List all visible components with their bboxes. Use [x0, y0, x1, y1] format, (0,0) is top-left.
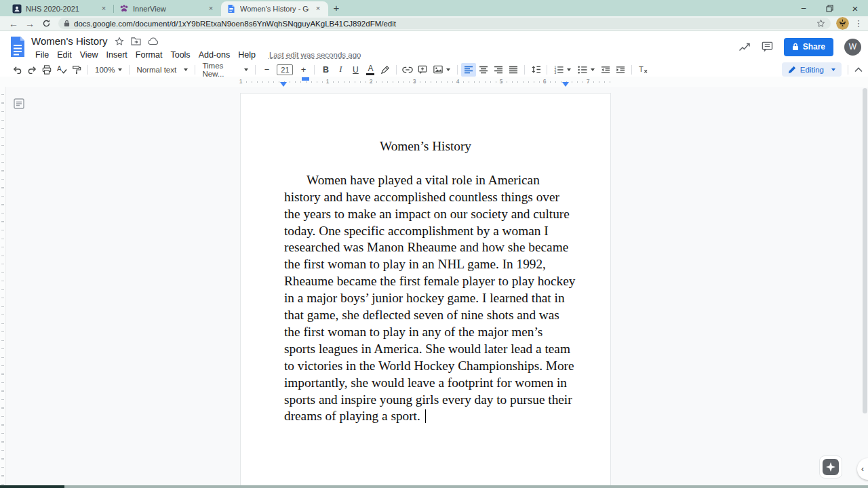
- doc-line: in a major boys’ junior hockey game. I l…: [284, 290, 567, 307]
- doc-line: importantly, she would leave a footprint…: [284, 375, 567, 392]
- mode-label: Editing: [800, 66, 824, 74]
- insert-image-button[interactable]: [430, 63, 454, 77]
- text-color-button[interactable]: A: [363, 63, 378, 77]
- zoom-select[interactable]: 100%: [92, 63, 125, 77]
- ruler-inch-label: 1: [326, 78, 330, 85]
- last-edit-link[interactable]: Last edit was seconds ago: [269, 51, 361, 59]
- text-cursor: [425, 409, 426, 423]
- chevron-down-icon: [591, 68, 595, 71]
- font-value: Times New...: [202, 62, 241, 78]
- decrease-font-size-button[interactable]: −: [259, 63, 274, 77]
- paint-format-button[interactable]: [69, 63, 84, 77]
- bookmark-star-icon[interactable]: [816, 19, 825, 28]
- ruler-inch-label: 7: [587, 78, 590, 85]
- numbered-list-button[interactable]: 123: [551, 63, 574, 77]
- reload-button[interactable]: [38, 18, 54, 30]
- horizontal-ruler[interactable]: 11234567: [0, 77, 868, 87]
- menu-tools[interactable]: Tools: [166, 49, 194, 61]
- spellcheck-button[interactable]: A: [54, 63, 69, 77]
- document-status-button[interactable]: [148, 37, 159, 45]
- show-outline-button[interactable]: [14, 98, 24, 109]
- bulleted-list-button[interactable]: [574, 63, 598, 77]
- insert-link-button[interactable]: [400, 63, 415, 77]
- align-center-button[interactable]: [476, 63, 491, 77]
- print-button[interactable]: [39, 63, 54, 77]
- tab-nhs[interactable]: NHS 2020-2021 ×: [7, 1, 114, 16]
- menu-format[interactable]: Format: [132, 49, 167, 61]
- restore-button[interactable]: [816, 0, 842, 16]
- hide-menus-button[interactable]: [854, 67, 863, 73]
- left-indent-marker[interactable]: [280, 82, 287, 87]
- doc-line: the first woman to play in any of the ma…: [284, 324, 567, 341]
- tab-google-docs-active[interactable]: Women's History - Google Docs ×: [221, 1, 328, 16]
- tab-innerview[interactable]: InnerView ×: [114, 1, 221, 16]
- new-tab-button[interactable]: +: [328, 1, 344, 16]
- toolbar: A 100% Normal text Times New... − 21 + B…: [0, 62, 868, 77]
- docs-header: Women's History File Edit View Insert Fo…: [0, 31, 868, 62]
- align-left-button[interactable]: [461, 63, 476, 77]
- font-select[interactable]: Times New...: [199, 63, 252, 77]
- styles-select[interactable]: Normal text: [133, 63, 191, 77]
- line-spacing-button[interactable]: [528, 63, 543, 77]
- forward-button[interactable]: →: [22, 18, 38, 30]
- highlight-color-button[interactable]: [378, 63, 393, 77]
- browser-menu-icon[interactable]: ⋮: [853, 18, 864, 28]
- font-size-input[interactable]: 21: [277, 64, 293, 75]
- add-comment-button[interactable]: [415, 63, 430, 77]
- increase-font-size-button[interactable]: +: [296, 63, 311, 77]
- menu-help[interactable]: Help: [234, 49, 260, 61]
- move-to-folder-button[interactable]: [131, 37, 141, 45]
- chrome-profile-avatar[interactable]: [836, 17, 849, 30]
- comment-history-icon[interactable]: [762, 41, 773, 52]
- minimize-button[interactable]: –: [791, 0, 816, 16]
- justify-button[interactable]: [506, 63, 521, 77]
- increase-indent-button[interactable]: [613, 63, 628, 77]
- close-window-button[interactable]: ×: [842, 0, 868, 16]
- tab-close-icon[interactable]: ×: [99, 4, 108, 14]
- bold-button[interactable]: B: [318, 63, 333, 77]
- undo-button[interactable]: [9, 63, 24, 77]
- redo-button[interactable]: [24, 63, 39, 77]
- underline-button[interactable]: U: [348, 63, 363, 77]
- menu-insert[interactable]: Insert: [102, 49, 132, 61]
- decrease-indent-icon: [601, 66, 610, 74]
- chevron-down-icon: [118, 68, 122, 71]
- document-title[interactable]: Women's History: [31, 35, 108, 47]
- undo-icon: [12, 65, 22, 74]
- paint-roller-icon: [72, 65, 81, 75]
- align-right-button[interactable]: [491, 63, 506, 77]
- vertical-scrollbar[interactable]: [863, 88, 867, 413]
- star-document-button[interactable]: [115, 37, 124, 46]
- tab-close-icon[interactable]: ×: [313, 4, 323, 14]
- chevron-down-icon: [446, 68, 450, 71]
- star-icon: [115, 37, 124, 46]
- svg-text:A: A: [57, 65, 62, 73]
- folder-move-icon: [131, 37, 141, 45]
- style-value: Normal text: [136, 66, 176, 74]
- tab-close-icon[interactable]: ×: [206, 4, 216, 14]
- menu-addons[interactable]: Add-ons: [195, 49, 235, 61]
- doc-line: sports and inspire young girls every day…: [284, 392, 567, 409]
- account-avatar[interactable]: W: [844, 39, 861, 56]
- document-page[interactable]: Women’s History Women have played a vita…: [241, 94, 610, 485]
- show-side-panel-button[interactable]: ‹: [857, 458, 868, 480]
- clear-formatting-button[interactable]: T: [635, 63, 650, 77]
- chevron-down-icon: [244, 68, 248, 71]
- right-indent-marker[interactable]: [562, 82, 569, 87]
- doc-line: to victories in the World Hockey Champio…: [284, 358, 567, 375]
- italic-button[interactable]: I: [333, 63, 348, 77]
- address-bar-row: ← → docs.google.com/document/d/1xY9bREtx…: [0, 16, 868, 31]
- decrease-indent-button[interactable]: [598, 63, 613, 77]
- menu-view[interactable]: View: [76, 49, 102, 61]
- explore-button[interactable]: [819, 455, 842, 479]
- first-line-indent-marker[interactable]: [302, 77, 309, 81]
- google-docs-logo[interactable]: [9, 36, 26, 58]
- url-omnibox[interactable]: docs.google.com/document/d/1xY9bREtxaN9o…: [58, 18, 831, 29]
- menu-file[interactable]: File: [31, 49, 53, 61]
- back-button[interactable]: ←: [5, 18, 22, 30]
- menu-edit[interactable]: Edit: [53, 49, 76, 61]
- mode-selector[interactable]: Editing: [782, 62, 842, 77]
- activity-dashboard-icon[interactable]: [738, 42, 751, 52]
- share-button[interactable]: Share: [784, 38, 833, 56]
- svg-text:T: T: [639, 65, 644, 73]
